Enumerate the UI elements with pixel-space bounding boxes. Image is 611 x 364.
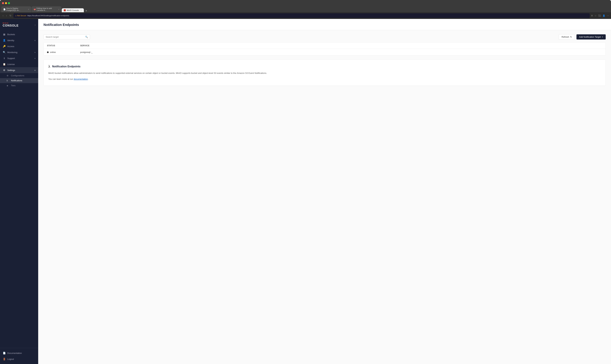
tab-label-github: Editing How to add Lambda N... (37, 7, 56, 11)
add-icon: + (602, 36, 603, 38)
tab-bar: 📄 How to Deploy PostgreSQL on... ✕ 🐙 Edi… (0, 6, 611, 12)
status-cell: online (47, 51, 80, 53)
bookmark-icon[interactable]: ☆ (595, 14, 597, 17)
identity-icon: 👤 (3, 39, 6, 42)
support-icon: ℹ (3, 57, 6, 60)
status-dot-online (47, 52, 49, 53)
tab-minio[interactable]: MinIO Console ✕ (62, 8, 84, 12)
column-header-status: Status (47, 44, 80, 47)
maximize-window-button[interactable] (8, 2, 10, 4)
not-secure-label: Not Secure (17, 15, 26, 17)
tab-close-minio[interactable]: ✕ (81, 10, 82, 11)
tab-label-postgresql: How to Deploy PostgreSQL on... (6, 7, 26, 11)
reload-button[interactable]: ↻ (9, 13, 12, 18)
sidebar-item-support[interactable]: ℹ Support ∧ (0, 55, 38, 61)
settings-expand-icon: ∧ (34, 69, 36, 71)
profile-icon[interactable]: 👤 (603, 14, 605, 17)
address-bar: ‹ › ↻ ⚠ Not Secure https://localhost:944… (0, 12, 611, 19)
sidebar-subitem-label-configurations: Configurations (11, 75, 24, 77)
sidebar-item-label-documentation: Documentation (7, 352, 22, 354)
sidebar-subitem-tiers[interactable]: ◈ Tiers (0, 83, 38, 88)
refresh-label: Refresh (561, 36, 569, 38)
search-icon: 🔍 (85, 36, 88, 38)
browser-title-bar (0, 0, 611, 6)
access-icon: 🔑 (3, 45, 6, 48)
configurations-icon: ⚙ (7, 75, 9, 77)
close-window-button[interactable] (2, 2, 4, 4)
sidebar-logo: MINIO CONSOLE ‹ (0, 19, 38, 30)
license-icon: 📋 (3, 63, 6, 65)
address-field[interactable]: ⚠ Not Secure https://localhost:9443/sett… (14, 13, 590, 18)
sidebar: MINIO CONSOLE ‹ ▦ Buckets 👤 Identity ∧ 🔑… (0, 19, 38, 364)
info-body: MinIO bucket notifications allow adminis… (48, 71, 601, 75)
tab-favicon-github: 🐙 (34, 8, 36, 10)
settings-icon: ⚙ (3, 69, 6, 72)
address-actions: ⬆ ☆ ⬛ 👤 ⋯ (591, 14, 609, 17)
info-link-text: You can learn more at our documentation. (48, 77, 601, 81)
minimize-window-button[interactable] (5, 2, 7, 4)
url-text: https://localhost:9443/settings/notifica… (27, 15, 69, 17)
warning-icon: ⚠ (15, 15, 17, 17)
info-title: Notification Endpoints (52, 65, 81, 68)
extensions-icon[interactable]: ⬛ (598, 14, 601, 17)
sidebar-nav: ▦ Buckets 👤 Identity ∧ 🔑 Access 🔍 Monito… (0, 30, 38, 348)
info-link-suffix: . (88, 78, 88, 80)
page-title: Notification Endpoints (43, 23, 606, 27)
sidebar-item-buckets[interactable]: ▦ Buckets (0, 31, 38, 37)
support-expand-icon: ∧ (34, 57, 36, 59)
tab-postgresql[interactable]: 📄 How to Deploy PostgreSQL on... ✕ (1, 6, 31, 12)
sidebar-item-monitoring[interactable]: 🔍 Monitoring ∧ (0, 49, 38, 55)
sidebar-item-label-settings: Settings (7, 69, 15, 72)
search-box[interactable]: 🔍 (43, 35, 90, 39)
service-cell: postgresql::_ (80, 51, 602, 53)
tab-favicon-postgresql: 📄 (3, 8, 5, 10)
notifications-icon: λ (7, 79, 9, 82)
endpoints-table: Status Service online postgresql::_ (43, 42, 606, 56)
tab-close-postgresql[interactable]: ✕ (28, 8, 29, 10)
info-section: λ Notification Endpoints MinIO bucket no… (43, 60, 606, 86)
sidebar-item-access[interactable]: 🔑 Access (0, 43, 38, 49)
tab-github[interactable]: 🐙 Editing How to add Lambda N... ✕ (32, 6, 61, 12)
sidebar-item-documentation[interactable]: 📄 Documentation (0, 350, 38, 356)
toolbar: 🔍 Refresh ↻ Add Notification Target + (43, 34, 606, 40)
add-label: Add Notification Target (579, 36, 601, 38)
logout-icon: 🚪 (3, 358, 6, 360)
sidebar-subitem-notifications[interactable]: λ Notifications (0, 78, 38, 83)
monitoring-icon: 🔍 (3, 51, 6, 53)
sidebar-item-settings[interactable]: ⚙ Settings ∧ (0, 67, 38, 73)
table-row[interactable]: online postgresql::_ (44, 49, 606, 55)
logo: MINIO CONSOLE (3, 22, 19, 27)
documentation-link[interactable]: documentation (74, 78, 88, 80)
sidebar-item-label-license: License (7, 63, 15, 65)
tab-favicon-minio (64, 9, 66, 11)
status-label: online (50, 51, 56, 53)
refresh-button[interactable]: Refresh ↻ (559, 34, 575, 40)
sidebar-item-label-logout: Logout (7, 358, 14, 360)
sidebar-subitem-configurations[interactable]: ⚙ Configurations (0, 73, 38, 78)
back-button[interactable]: ‹ (2, 13, 4, 18)
sidebar-item-label-buckets: Buckets (7, 33, 15, 36)
more-icon[interactable]: ⋯ (607, 14, 609, 17)
logo-product: CONSOLE (3, 24, 19, 27)
info-link-prefix: You can learn more at our (48, 78, 74, 80)
add-notification-target-button[interactable]: Add Notification Target + (576, 34, 606, 39)
search-input[interactable] (46, 36, 84, 38)
sidebar-collapse-button[interactable]: ‹ (35, 24, 36, 26)
sidebar-item-license[interactable]: 📋 License (0, 61, 38, 67)
main-content: Notification Endpoints 🔍 Refresh ↻ Add N… (38, 19, 611, 364)
sidebar-item-identity[interactable]: 👤 Identity ∧ (0, 37, 38, 43)
sidebar-item-logout[interactable]: 🚪 Logout (0, 356, 38, 362)
new-tab-button[interactable]: + (84, 9, 88, 12)
column-header-service: Service (80, 44, 602, 47)
sidebar-subitem-label-notifications: Notifications (11, 79, 22, 82)
forward-button[interactable]: › (5, 13, 8, 18)
not-secure-indicator: ⚠ Not Secure (15, 15, 26, 17)
tab-close-github[interactable]: ✕ (58, 8, 59, 10)
share-icon[interactable]: ⬆ (591, 14, 593, 17)
info-header: λ Notification Endpoints (48, 64, 601, 69)
documentation-icon: 📄 (3, 352, 6, 354)
monitoring-expand-icon: ∧ (34, 52, 36, 53)
sidebar-bottom: 📄 Documentation 🚪 Logout (0, 348, 38, 364)
sidebar-item-label-identity: Identity (7, 39, 14, 42)
url-display: https://localhost:9443/settings/notifica… (27, 15, 69, 17)
